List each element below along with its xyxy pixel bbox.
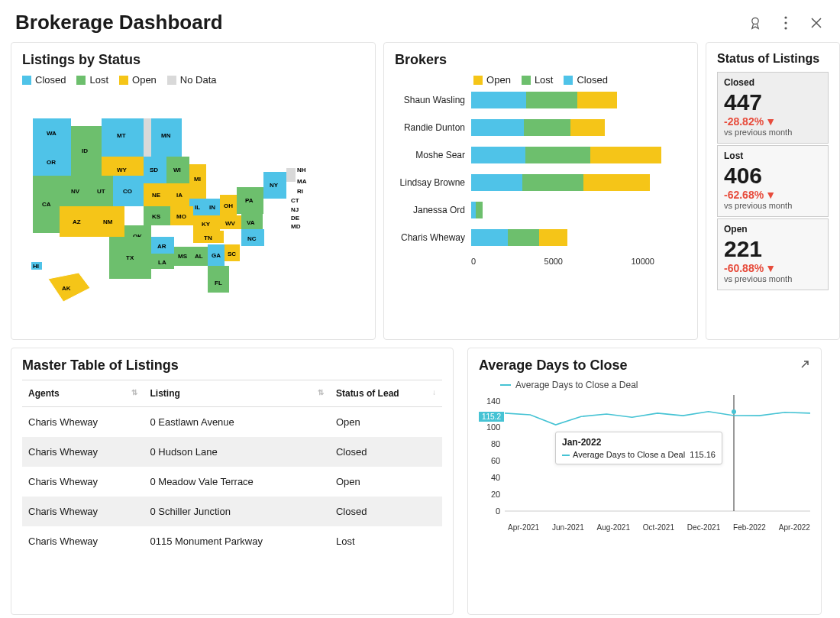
svg-text:AL: AL (195, 253, 203, 260)
card-title: Average Days to Close (479, 358, 810, 374)
kpi-delta: -62.68%▼ (724, 189, 822, 201)
bar-segment[interactable] (522, 174, 583, 191)
svg-text:SC: SC (228, 251, 236, 257)
bar-row[interactable]: Lindsay Browne (395, 174, 687, 191)
svg-text:TN: TN (204, 235, 212, 241)
svg-text:NJ: NJ (291, 206, 299, 213)
bar-row[interactable]: Shaun Wasling (395, 92, 687, 108)
svg-text:MI: MI (194, 176, 201, 183)
bar-segment[interactable] (526, 92, 577, 108)
svg-text:NV: NV (71, 188, 80, 195)
svg-text:VA: VA (247, 219, 255, 226)
sort-icon[interactable]: ↓ (432, 388, 436, 396)
card-title: Status of Listings (717, 52, 829, 66)
sort-icon[interactable]: ⇅ (131, 388, 137, 396)
kpi-value: 406 (724, 163, 822, 189)
svg-text:CT: CT (291, 197, 299, 204)
expand-icon[interactable] (800, 359, 810, 373)
legend-lost[interactable]: Lost (76, 74, 108, 86)
bar-segment[interactable] (476, 202, 483, 218)
brokers-bar-chart[interactable]: Shaun WaslingRandie DuntonMoshe SearLind… (395, 92, 687, 336)
legend-nodata[interactable]: No Data (167, 74, 217, 86)
more-icon[interactable] (777, 15, 794, 31)
svg-text:MS: MS (178, 253, 188, 260)
bar-segment[interactable] (471, 174, 522, 191)
svg-text:CA: CA (42, 201, 51, 208)
svg-text:MO: MO (176, 213, 186, 220)
close-icon[interactable] (808, 15, 825, 31)
avg-days-close-card: Average Days to Close Average Days to Cl… (467, 348, 822, 615)
us-map[interactable]: WA OR ID MT MN WY SD WI CA NV UT CO NE I… (22, 92, 364, 321)
kpi-box[interactable]: Closed447-28.82%▼vs previous month (717, 72, 829, 144)
svg-rect-84 (286, 168, 296, 182)
col-listing[interactable]: Listing⇅ (144, 380, 329, 407)
table-row[interactable]: Charis Wheway0 Hudson LaneClosed (22, 437, 442, 467)
bar-row[interactable]: Randie Dunton (395, 119, 687, 136)
legend-open[interactable]: Open (119, 74, 157, 86)
svg-text:AZ: AZ (73, 218, 81, 225)
legend-closed[interactable]: Closed (564, 74, 607, 86)
award-icon[interactable] (747, 15, 764, 31)
table-row[interactable]: Charis Wheway0 Eastlawn AvenueOpen (22, 407, 442, 438)
line-legend[interactable]: Average Days to Close a Deal (500, 380, 810, 390)
bar-segment[interactable] (570, 119, 605, 136)
kpi-delta: -28.82%▼ (724, 115, 822, 128)
kpi-value: 221 (724, 236, 822, 262)
kpi-box[interactable]: Open221-60.88%▼vs previous month (717, 218, 829, 290)
bar-segment[interactable] (590, 147, 661, 163)
bar-row[interactable]: Charis Wheway (395, 229, 687, 246)
kpi-label: Open (724, 224, 822, 235)
table-row[interactable]: Charis Wheway0115 Monument ParkwayLost (22, 526, 442, 556)
header-actions (747, 15, 825, 31)
table-row[interactable]: Charis Wheway0 Meadow Vale TerraceOpen (22, 467, 442, 497)
svg-text:OH: OH (224, 202, 233, 209)
chart-tooltip: Jan-2022 Average Days to Close a Deal 11… (555, 432, 722, 464)
bar-segment[interactable] (525, 147, 590, 163)
svg-text:ID: ID (82, 147, 88, 154)
legend-lost[interactable]: Lost (522, 74, 554, 86)
svg-text:KY: KY (202, 221, 211, 228)
bar-row[interactable]: Janessa Ord (395, 202, 687, 218)
table-cell: 0115 Monument Parkway (144, 526, 329, 556)
bar-label: Shaun Wasling (395, 95, 471, 105)
svg-point-2 (784, 21, 787, 24)
kpi-label: Closed (724, 77, 822, 88)
bar-segment[interactable] (471, 92, 526, 108)
legend-closed[interactable]: Closed (22, 74, 66, 86)
table-cell: Open (330, 467, 442, 497)
svg-text:WY: WY (117, 167, 128, 173)
svg-point-0 (752, 18, 758, 24)
col-status[interactable]: Status of Lead↓ (330, 380, 442, 407)
kpi-label: Lost (724, 150, 822, 161)
svg-text:IN: IN (209, 204, 215, 211)
kpi-value: 447 (724, 89, 822, 115)
svg-text:NH: NH (297, 167, 306, 173)
svg-text:RI: RI (297, 188, 303, 195)
kpi-sub: vs previous month (724, 128, 822, 137)
table-cell: Lost (330, 526, 442, 556)
svg-text:KS: KS (152, 213, 161, 220)
bar-segment[interactable] (539, 229, 567, 246)
col-agents[interactable]: Agents⇅ (22, 380, 144, 407)
bar-row[interactable]: Moshe Sear (395, 147, 687, 163)
svg-text:OR: OR (47, 159, 56, 166)
bar-segment[interactable] (471, 147, 525, 163)
brokers-card: Brokers Open Lost Closed Shaun WaslingRa… (383, 42, 698, 340)
bar-segment[interactable] (577, 92, 617, 108)
kpi-delta: -60.88%▼ (724, 262, 822, 274)
bar-segment[interactable] (471, 229, 508, 246)
svg-text:MA: MA (297, 178, 307, 185)
bar-segment[interactable] (471, 119, 524, 136)
kpi-box[interactable]: Lost406-62.68%▼vs previous month (717, 145, 829, 217)
svg-text:AK: AK (62, 285, 71, 292)
sort-icon[interactable]: ⇅ (318, 388, 324, 396)
bar-segment[interactable] (524, 119, 570, 136)
kpi-sub: vs previous month (724, 274, 822, 283)
legend-open[interactable]: Open (473, 74, 511, 86)
line-chart[interactable]: 115.2 140 100 80 60 40 20 0 Jan-2022 Ave… (479, 395, 810, 578)
bar-segment[interactable] (508, 229, 539, 246)
bar-label: Randie Dunton (395, 122, 471, 133)
bar-segment[interactable] (583, 174, 650, 191)
table-row[interactable]: Charis Wheway0 Schiller JunctionClosed (22, 497, 442, 526)
table-cell: Open (330, 407, 442, 438)
